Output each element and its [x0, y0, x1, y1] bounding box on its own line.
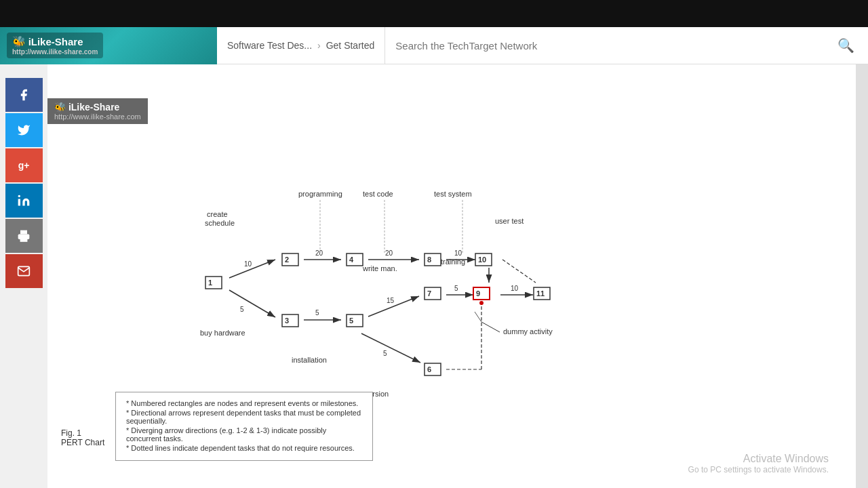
- main-content: g+ 🐝 iLike-Share http://www.ilike-share.…: [0, 64, 868, 488]
- print-button[interactable]: [5, 219, 43, 253]
- label-installation: installation: [292, 356, 327, 364]
- watermark-title: 🐝 iLike-Share: [54, 102, 141, 113]
- search-button[interactable]: 🔍: [834, 34, 858, 57]
- svg-text:7: 7: [427, 289, 431, 298]
- breadcrumb-item-1[interactable]: Software Test Des...: [227, 40, 312, 51]
- label-write-man: write man.: [362, 264, 397, 272]
- breadcrumb: Software Test Des... › Get Started: [217, 40, 384, 51]
- linkedin-button[interactable]: [5, 184, 43, 218]
- svg-text:5: 5: [315, 309, 319, 317]
- label-test-code: test code: [363, 190, 393, 198]
- label-buy-hardware: buy hardware: [200, 329, 245, 337]
- svg-text:4: 4: [349, 256, 354, 264]
- label-schedule: schedule: [205, 219, 235, 227]
- svg-text:1: 1: [208, 279, 212, 287]
- svg-text:15: 15: [387, 297, 395, 304]
- label-dummy-activity: dummy activity: [503, 327, 553, 336]
- svg-line-5: [475, 312, 481, 322]
- breadcrumb-separator: ›: [317, 40, 321, 51]
- search-area: 🔍: [384, 27, 868, 64]
- svg-text:20: 20: [315, 249, 323, 257]
- google-plus-button[interactable]: g+: [5, 148, 43, 182]
- pert-chart-svg: programming test code test system user t…: [81, 64, 590, 417]
- svg-line-4: [481, 322, 500, 332]
- search-input[interactable]: [395, 40, 834, 52]
- logo-area: 🐝 iLike-Share http://www.ilike-share.com: [0, 27, 217, 64]
- label-test-system: test system: [434, 190, 472, 198]
- svg-text:10: 10: [244, 260, 252, 268]
- svg-point-0: [18, 195, 20, 197]
- logo-box: 🐝 iLike-Share http://www.ilike-share.com: [7, 33, 103, 58]
- legend-box: * Numbered rectangles are nodes and repr…: [115, 392, 373, 461]
- svg-rect-1: [20, 237, 27, 242]
- label-create: create: [207, 210, 228, 218]
- facebook-button[interactable]: [5, 78, 43, 112]
- legend-item-1: * Numbered rectangles are nodes and repr…: [126, 399, 362, 407]
- svg-text:2: 2: [285, 256, 289, 264]
- svg-text:10: 10: [454, 249, 462, 257]
- svg-point-39: [479, 301, 484, 305]
- email-button[interactable]: [5, 254, 43, 288]
- header: 🐝 iLike-Share http://www.ilike-share.com…: [0, 27, 868, 64]
- svg-line-29: [502, 260, 536, 283]
- svg-line-6: [229, 260, 275, 278]
- right-scrollbar[interactable]: [856, 64, 868, 488]
- label-user-test: user test: [495, 217, 524, 225]
- legend-item-4: * Dotted lines indicate dependent tasks …: [126, 444, 362, 452]
- fig-title: PERT Chart: [61, 438, 104, 447]
- label-programming: programming: [298, 190, 342, 198]
- svg-text:20: 20: [385, 249, 393, 257]
- label-training: training: [441, 258, 465, 266]
- legend-item-2: * Directional arrows represent dependent…: [126, 409, 362, 425]
- windows-notice-subtitle: Go to PC settings to activate Windows.: [688, 465, 829, 474]
- svg-line-8: [229, 290, 275, 317]
- svg-text:5: 5: [383, 350, 387, 357]
- svg-text:5: 5: [349, 317, 353, 325]
- diagram-area: 🐝 iLike-Share http://www.ilike-share.com…: [47, 64, 856, 488]
- svg-text:5: 5: [240, 306, 244, 313]
- svg-text:10: 10: [478, 256, 486, 264]
- windows-notice: Activate Windows Go to PC settings to ac…: [688, 453, 829, 474]
- svg-text:10: 10: [511, 285, 519, 292]
- svg-text:5: 5: [454, 285, 458, 292]
- logo-url: http://www.ilike-share.com: [12, 48, 98, 56]
- watermark-url: http://www.ilike-share.com: [54, 113, 141, 121]
- svg-text:6: 6: [427, 365, 431, 373]
- logo-text: iLike-Share: [28, 36, 83, 47]
- social-sidebar: g+: [0, 64, 47, 488]
- svg-text:3: 3: [285, 317, 289, 325]
- legend-item-3: * Diverging arrow directions (e.g. 1-2 &…: [126, 426, 362, 443]
- fig-label: Fig. 1 PERT Chart: [61, 428, 104, 447]
- top-bar: [0, 0, 868, 27]
- breadcrumb-item-2[interactable]: Get Started: [326, 40, 375, 51]
- fig-number: Fig. 1: [61, 428, 104, 438]
- twitter-button[interactable]: [5, 113, 43, 147]
- windows-notice-title: Activate Windows: [688, 453, 829, 465]
- svg-line-18: [361, 333, 420, 363]
- watermark: 🐝 iLike-Share http://www.ilike-share.com: [47, 98, 148, 124]
- svg-text:9: 9: [476, 289, 480, 298]
- svg-text:8: 8: [427, 256, 431, 264]
- svg-text:11: 11: [536, 289, 545, 298]
